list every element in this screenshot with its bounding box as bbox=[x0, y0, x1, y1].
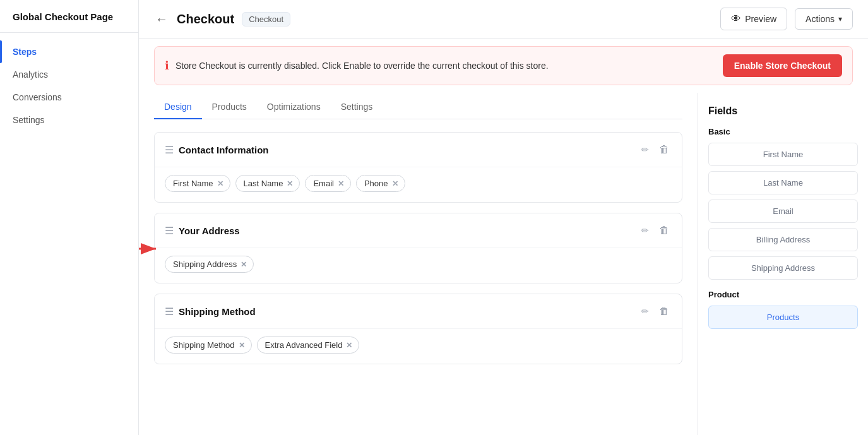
section-your-address-title: Your Address bbox=[179, 225, 634, 236]
delete-contact-information-icon[interactable]: 🗑 bbox=[657, 141, 672, 158]
alert-icon: ℹ bbox=[165, 59, 169, 73]
back-button[interactable]: ← bbox=[154, 11, 169, 28]
section-shipping-method-body: Shipping Method ✕ Extra Advanced Field ✕ bbox=[155, 328, 682, 364]
eye-icon: 👁 bbox=[731, 13, 741, 25]
field-tag-email: Email ✕ bbox=[305, 175, 351, 192]
field-tag-extra-advanced-field: Extra Advanced Field ✕ bbox=[257, 337, 360, 354]
main-content: ← Checkout Checkout 👁 Preview Actions ▾ … bbox=[139, 0, 868, 435]
preview-button[interactable]: 👁 Preview bbox=[720, 8, 787, 30]
field-tag-last-name: Last Name ✕ bbox=[235, 175, 300, 192]
alert-banner: ℹ Store Checkout is currently disabled. … bbox=[154, 46, 853, 85]
enable-store-checkout-button[interactable]: Enable Store Checkout bbox=[723, 54, 842, 77]
sidebar-item-conversions[interactable]: Conversions bbox=[0, 86, 138, 109]
design-area: Design Products Optimizations Settings bbox=[139, 93, 698, 435]
top-header: ← Checkout Checkout 👁 Preview Actions ▾ bbox=[139, 0, 868, 39]
chevron-down-icon: ▾ bbox=[838, 15, 842, 23]
section-shipping-method-title: Shipping Method bbox=[179, 306, 634, 317]
your-address-wrapper: ☰ Your Address ✏ 🗑 Shipping Address ✕ bbox=[154, 213, 682, 283]
section-shipping-method: ☰ Shipping Method ✏ 🗑 Shipping Method ✕ … bbox=[154, 294, 682, 364]
field-tag-first-name: First Name ✕ bbox=[165, 175, 230, 192]
fields-product-label: Product bbox=[708, 290, 858, 299]
content-area: Design Products Optimizations Settings bbox=[139, 93, 868, 435]
section-your-address-header: ☰ Your Address ✏ 🗑 bbox=[155, 213, 682, 247]
drag-icon: ☰ bbox=[165, 144, 174, 156]
section-contact-information-header: ☰ Contact Information ✏ 🗑 bbox=[155, 133, 682, 167]
tab-settings[interactable]: Settings bbox=[331, 95, 383, 119]
field-option-billing-address[interactable]: Billing Address bbox=[708, 228, 858, 251]
page-title: Checkout bbox=[177, 12, 234, 27]
edit-contact-information-icon[interactable]: ✏ bbox=[639, 142, 651, 157]
field-option-email[interactable]: Email bbox=[708, 200, 858, 223]
fields-product-section: Product Products bbox=[708, 290, 858, 329]
section-contact-information-body: First Name ✕ Last Name ✕ Email ✕ Phone bbox=[155, 167, 682, 202]
field-option-last-name[interactable]: Last Name bbox=[708, 171, 858, 194]
fields-panel-title: Fields bbox=[708, 105, 858, 117]
tab-design[interactable]: Design bbox=[154, 95, 202, 119]
drag-icon-3: ☰ bbox=[165, 306, 174, 318]
edit-shipping-method-icon[interactable]: ✏ bbox=[639, 304, 651, 319]
remove-last-name[interactable]: ✕ bbox=[287, 179, 293, 188]
sidebar-title: Global Checkout Page bbox=[0, 0, 138, 33]
actions-button[interactable]: Actions ▾ bbox=[795, 8, 853, 30]
field-option-first-name[interactable]: First Name bbox=[708, 143, 858, 166]
sidebar: Global Checkout Page Steps Analytics Con… bbox=[0, 0, 139, 435]
section-contact-information-title: Contact Information bbox=[179, 145, 634, 155]
page-badge: Checkout bbox=[242, 12, 290, 27]
sidebar-item-settings[interactable]: Settings bbox=[0, 109, 138, 131]
tabs: Design Products Optimizations Settings bbox=[154, 93, 682, 119]
drag-icon-2: ☰ bbox=[165, 225, 174, 237]
sidebar-nav: Steps Analytics Conversions Settings bbox=[0, 33, 138, 139]
section-contact-information: ☰ Contact Information ✏ 🗑 First Name ✕ L… bbox=[154, 132, 682, 203]
remove-shipping-method[interactable]: ✕ bbox=[239, 341, 245, 350]
section-your-address-body: Shipping Address ✕ bbox=[155, 247, 682, 283]
alert-text: Store Checkout is currently disabled. Cl… bbox=[175, 61, 716, 71]
remove-first-name[interactable]: ✕ bbox=[217, 179, 223, 188]
remove-email[interactable]: ✕ bbox=[338, 179, 344, 188]
delete-your-address-icon[interactable]: 🗑 bbox=[657, 222, 672, 239]
sidebar-item-analytics[interactable]: Analytics bbox=[0, 63, 138, 86]
sidebar-item-steps[interactable]: Steps bbox=[0, 40, 138, 63]
field-tag-shipping-method: Shipping Method ✕ bbox=[165, 337, 252, 354]
fields-panel: Fields Basic First Name Last Name Email … bbox=[698, 93, 868, 435]
edit-your-address-icon[interactable]: ✏ bbox=[639, 223, 651, 238]
tab-products[interactable]: Products bbox=[202, 95, 257, 119]
fields-basic-label: Basic bbox=[708, 127, 858, 136]
section-shipping-method-header: ☰ Shipping Method ✏ 🗑 bbox=[155, 294, 682, 328]
field-option-products[interactable]: Products bbox=[708, 306, 858, 329]
remove-extra-advanced-field[interactable]: ✕ bbox=[346, 341, 352, 350]
field-option-shipping-address[interactable]: Shipping Address bbox=[708, 256, 858, 280]
section-your-address: ☰ Your Address ✏ 🗑 Shipping Address ✕ bbox=[154, 213, 682, 283]
field-tag-phone: Phone ✕ bbox=[356, 175, 405, 192]
field-tag-shipping-address: Shipping Address ✕ bbox=[165, 256, 254, 273]
tab-optimizations[interactable]: Optimizations bbox=[257, 95, 331, 119]
delete-shipping-method-icon[interactable]: 🗑 bbox=[657, 303, 672, 319]
remove-phone[interactable]: ✕ bbox=[392, 179, 398, 188]
remove-shipping-address[interactable]: ✕ bbox=[241, 260, 247, 269]
